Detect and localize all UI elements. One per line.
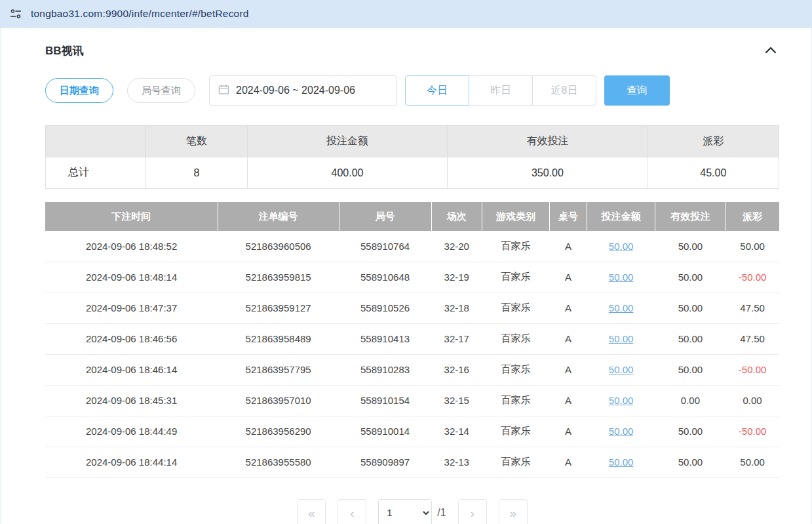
bet-table-header-cell: 下注时间 <box>45 202 218 231</box>
quick-date-group: 今日 昨日 近8日 <box>405 75 596 106</box>
session-cell: 32-16 <box>431 354 482 385</box>
bet-table-header-cell: 场次 <box>431 202 482 231</box>
round-query-tab[interactable]: 局号查询 <box>127 78 195 103</box>
table-id-cell: A <box>549 231 587 262</box>
prev-page-button[interactable]: ‹ <box>338 499 366 524</box>
bet-time-cell: 2024-09-06 18:45:31 <box>45 385 218 416</box>
total-pages-label: /1 <box>437 507 446 519</box>
session-cell: 32-14 <box>431 416 482 447</box>
game-type-cell: 百家乐 <box>482 385 549 416</box>
bet-amount-cell: 50.00 <box>587 354 655 385</box>
payout-cell: 50.00 <box>725 447 779 477</box>
total-bet-amount-cell: 400.00 <box>247 157 447 189</box>
round-id-cell: 558910764 <box>339 231 431 262</box>
bet-table-header-cell: 派彩 <box>725 202 779 231</box>
first-page-button[interactable]: « <box>297 499 326 524</box>
bet-table-body: 2024-09-06 18:48:52521863960506558910764… <box>45 231 779 477</box>
session-cell: 32-15 <box>431 385 482 416</box>
payout-cell: 47.50 <box>725 292 779 323</box>
game-type-cell: 百家乐 <box>482 231 549 262</box>
page-select-wrap: 1 /1 <box>378 499 446 524</box>
bet-amount-cell: 50.00 <box>587 262 655 292</box>
bet-table-header-cell: 有效投注 <box>655 202 726 231</box>
total-valid-bet-cell: 350.00 <box>448 157 648 189</box>
summary-header-cell <box>46 126 146 157</box>
round-id-cell: 558910526 <box>339 292 431 323</box>
table-row: 2024-09-06 18:47:37521863959127558910526… <box>45 292 779 323</box>
date-range-picker[interactable]: 2024-09-06 ~ 2024-09-06 <box>209 75 397 106</box>
bet-amount-link[interactable]: 50.00 <box>609 333 634 344</box>
payout-cell: 0.00 <box>725 385 779 416</box>
table-row: 2024-09-06 18:46:14521863957795558910283… <box>45 354 779 385</box>
game-type-cell: 百家乐 <box>482 292 549 323</box>
table-id-cell: A <box>549 323 587 354</box>
next-page-button[interactable]: › <box>458 499 487 524</box>
bet-time-cell: 2024-09-06 18:44:49 <box>45 416 218 447</box>
bet-amount-link[interactable]: 50.00 <box>609 241 634 252</box>
bet-amount-cell: 50.00 <box>587 416 655 447</box>
session-cell: 32-17 <box>431 323 482 354</box>
yesterday-button[interactable]: 昨日 <box>469 75 533 106</box>
summary-total-row: 总计 8 400.00 350.00 45.00 <box>46 157 779 189</box>
bet-time-cell: 2024-09-06 18:46:14 <box>45 354 218 385</box>
table-id-cell: A <box>549 447 587 477</box>
session-cell: 32-19 <box>431 262 482 292</box>
search-button[interactable]: 查询 <box>604 75 670 106</box>
table-id-cell: A <box>549 385 587 416</box>
today-button[interactable]: 今日 <box>405 75 469 106</box>
chevron-up-icon <box>765 46 777 56</box>
table-id-cell: A <box>549 354 587 385</box>
summary-table: 笔数投注金额有效投注派彩 总计 8 400.00 350.00 45.00 <box>45 125 779 189</box>
bet-table-header-cell: 桌号 <box>549 202 587 231</box>
panel-header: BB视讯 <box>45 43 779 58</box>
bet-time-cell: 2024-09-06 18:48:14 <box>45 262 218 292</box>
game-type-cell: 百家乐 <box>482 323 549 354</box>
bet-amount-link[interactable]: 50.00 <box>609 395 634 406</box>
valid-bet-cell: 50.00 <box>655 354 726 385</box>
date-query-tab[interactable]: 日期查询 <box>45 78 113 103</box>
game-type-cell: 百家乐 <box>482 416 549 447</box>
bet-table-header-cell: 注单编号 <box>218 202 339 231</box>
bet-amount-cell: 50.00 <box>587 447 655 477</box>
round-id-cell: 558909897 <box>339 447 431 477</box>
collapse-panel-button[interactable] <box>762 43 779 58</box>
bet-amount-cell: 50.00 <box>587 292 655 323</box>
bet-record-table: 下注时间注单编号局号场次游戏类别桌号投注金额有效投注派彩 2024-09-06 … <box>45 202 779 478</box>
order-id-cell: 521863959815 <box>218 262 339 292</box>
table-row: 2024-09-06 18:48:52521863960506558910764… <box>45 231 779 262</box>
url-text[interactable]: tongbao31.com:9900/infe/mcenter/#/betRec… <box>31 8 249 20</box>
payout-cell: -50.00 <box>725 354 779 385</box>
bet-amount-link[interactable]: 50.00 <box>609 456 634 468</box>
bet-amount-link[interactable]: 50.00 <box>609 364 634 375</box>
session-cell: 32-13 <box>431 447 482 477</box>
address-bar: tongbao31.com:9900/infe/mcenter/#/betRec… <box>0 0 812 28</box>
bet-time-cell: 2024-09-06 18:44:14 <box>45 447 218 477</box>
last-page-button[interactable]: » <box>499 499 528 524</box>
order-id-cell: 521863957010 <box>218 385 339 416</box>
table-row: 2024-09-06 18:45:31521863957010558910154… <box>45 385 779 416</box>
total-count-cell: 8 <box>146 157 247 189</box>
order-id-cell: 521863958489 <box>218 323 339 354</box>
bet-amount-cell: 50.00 <box>587 323 655 354</box>
bet-amount-link[interactable]: 50.00 <box>609 272 634 283</box>
bet-amount-link[interactable]: 50.00 <box>609 426 634 437</box>
page-select[interactable]: 1 <box>378 499 432 524</box>
summary-header-cell: 投注金额 <box>247 126 447 157</box>
site-settings-icon[interactable] <box>9 7 22 20</box>
summary-header-cell: 有效投注 <box>448 126 648 157</box>
last-8-days-button[interactable]: 近8日 <box>532 75 596 106</box>
valid-bet-cell: 50.00 <box>655 262 726 292</box>
valid-bet-cell: 50.00 <box>655 416 726 447</box>
bet-table-header-cell: 游戏类别 <box>482 202 549 231</box>
session-cell: 32-20 <box>431 231 482 262</box>
table-id-cell: A <box>549 292 587 323</box>
game-type-cell: 百家乐 <box>482 447 549 477</box>
table-row: 2024-09-06 18:44:49521863956290558910014… <box>45 416 779 447</box>
table-id-cell: A <box>549 262 587 292</box>
order-id-cell: 521863955580 <box>218 447 339 477</box>
bet-amount-link[interactable]: 50.00 <box>609 302 634 313</box>
valid-bet-cell: 50.00 <box>655 447 726 477</box>
table-row: 2024-09-06 18:46:56521863958489558910413… <box>45 323 779 354</box>
bet-record-panel: BB视讯 日期查询 局号查询 2024-09-06 ~ 2024-09-06 <box>0 28 812 524</box>
round-id-cell: 558910413 <box>339 323 431 354</box>
